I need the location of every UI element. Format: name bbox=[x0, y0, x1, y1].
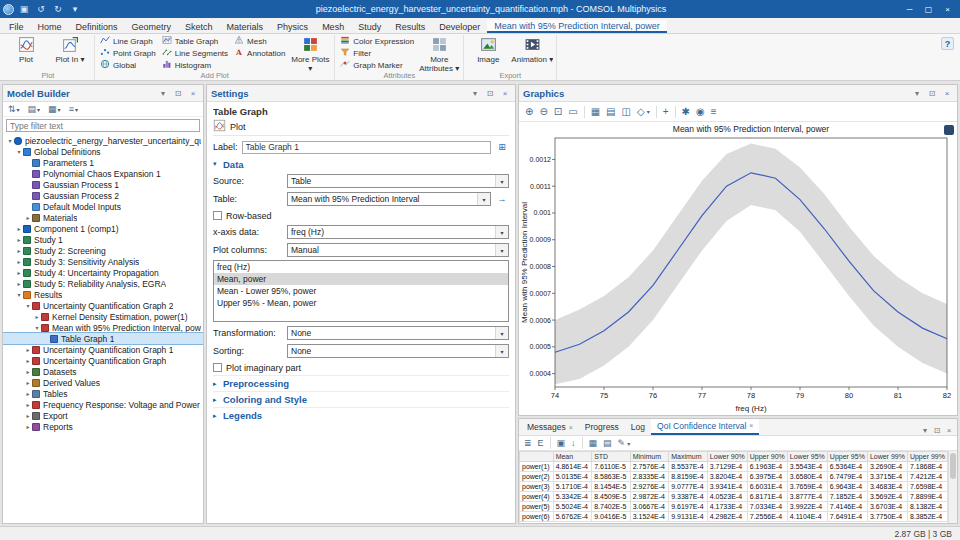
table-header-upper-90[interactable]: Upper 90% bbox=[747, 452, 787, 462]
table-cell[interactable]: 6.5364E-4 bbox=[827, 462, 867, 472]
scientific-notation-icon[interactable]: E bbox=[538, 438, 544, 448]
show-options-icon[interactable]: ▦▾ bbox=[48, 104, 61, 114]
expand-icon[interactable]: ▸ bbox=[24, 412, 32, 419]
point-graph-button[interactable]: Point Graph bbox=[98, 47, 158, 59]
table-cell[interactable]: 5.6762E-4 bbox=[553, 512, 592, 522]
tab-progress[interactable]: Progress bbox=[579, 419, 625, 435]
table-cell[interactable]: 3.6580E-4 bbox=[787, 472, 827, 482]
table-cell[interactable]: 8.8159E-4 bbox=[669, 472, 708, 482]
line-graph-button[interactable]: Line Graph bbox=[98, 35, 158, 47]
table-cell[interactable]: 7.6110E-5 bbox=[592, 462, 631, 472]
float-panel-icon[interactable]: ⊡ bbox=[931, 426, 943, 435]
table-cell[interactable]: 5.5024E-4 bbox=[553, 502, 592, 512]
table-graph-icon[interactable]: ▦ bbox=[589, 438, 598, 448]
more-plots-button[interactable]: More Plots ▾ bbox=[289, 35, 331, 71]
table-cell[interactable]: 5.1710E-4 bbox=[553, 482, 592, 492]
tree-display-icon[interactable]: ▤▾ bbox=[28, 104, 41, 114]
help-icon[interactable]: ? bbox=[941, 37, 954, 50]
panel-menu-icon[interactable]: ▾ bbox=[911, 89, 923, 98]
table-select[interactable]: Mean with 95% Prediction Interval ▾ bbox=[287, 192, 491, 206]
table-surface-icon[interactable]: ▤ bbox=[603, 438, 612, 448]
table-cell[interactable]: 7.1868E-4 bbox=[907, 462, 947, 472]
go-to-source-icon[interactable]: → bbox=[495, 192, 509, 206]
table-cell[interactable]: 8.3852E-4 bbox=[907, 512, 947, 522]
row-label[interactable]: power(2) bbox=[520, 472, 554, 482]
expand-icon[interactable]: ▸ bbox=[24, 214, 32, 221]
table-cell[interactable]: 3.1524E-4 bbox=[630, 512, 669, 522]
expand-icon[interactable]: ▸ bbox=[33, 313, 41, 320]
tree-node-frequency-response-voltage-and-power[interactable]: ▸Frequency Response: Voltage and Power bbox=[3, 399, 203, 410]
row-label[interactable]: power(6) bbox=[520, 512, 554, 522]
table-row-power-6[interactable]: power(6)5.6762E-49.0416E-53.1524E-49.913… bbox=[520, 512, 948, 522]
tree-node-export[interactable]: ▸Export bbox=[3, 410, 203, 421]
histogram-button[interactable]: Histogram bbox=[160, 59, 230, 71]
ribbon-tab-home[interactable]: Home bbox=[31, 21, 69, 33]
column-item-mean-power[interactable]: Mean, power bbox=[214, 273, 508, 285]
ribbon-tab-mesh[interactable]: Mesh bbox=[315, 21, 351, 33]
zoom-box-icon[interactable]: ▭ bbox=[568, 106, 577, 117]
table-cell[interactable]: 6.6031E-4 bbox=[747, 482, 787, 492]
close-panel-icon[interactable]: × bbox=[499, 89, 511, 98]
table-cell[interactable]: 3.8777E-4 bbox=[787, 492, 827, 502]
table-cell[interactable]: 6.8171E-4 bbox=[747, 492, 787, 502]
table-cell[interactable]: 9.6197E-4 bbox=[669, 502, 708, 512]
table-header-upper-99[interactable]: Upper 99% bbox=[907, 452, 947, 462]
section-legends[interactable]: ▸Legends bbox=[213, 407, 509, 423]
plot-area[interactable]: 7475767778798081820.00040.00050.00060.00… bbox=[519, 122, 957, 415]
tree-node-gaussian-process-2[interactable]: Gaussian Process 2 bbox=[3, 190, 203, 201]
table-cell[interactable]: 4.1733E-4 bbox=[707, 502, 747, 512]
plot-button[interactable]: Plot bbox=[213, 118, 509, 136]
ribbon-tab-materials[interactable]: Materials bbox=[220, 21, 271, 33]
table-cell[interactable]: 7.1852E-4 bbox=[827, 492, 867, 502]
ribbon-tab-physics[interactable]: Physics bbox=[270, 21, 315, 33]
tab-messages[interactable]: Messages× bbox=[521, 419, 579, 435]
table-cell[interactable]: 3.8204E-4 bbox=[707, 472, 747, 482]
row-label[interactable]: power(4) bbox=[520, 492, 554, 502]
tree-node-kernel-density-estimation-power-1[interactable]: ▸Kernel Density Estimation, power(1) bbox=[3, 311, 203, 322]
table-cell[interactable]: 2.9872E-4 bbox=[630, 492, 669, 502]
ribbon-tab-mean-with-95-prediction-interval-power[interactable]: Mean with 95% Prediction Interval, power bbox=[487, 20, 667, 33]
tree-node-study-4-uncertainty-propagation[interactable]: ▸Study 4: Uncertainty Propagation bbox=[3, 267, 203, 278]
tree-node-datasets[interactable]: ▸Datasets bbox=[3, 366, 203, 377]
table-cell[interactable]: 9.3387E-4 bbox=[669, 492, 708, 502]
expand-icon[interactable]: ▸ bbox=[15, 280, 23, 287]
table-cell[interactable]: 5.0135E-4 bbox=[553, 472, 592, 482]
table-cell[interactable]: 9.0777E-4 bbox=[669, 482, 708, 492]
close-panel-icon[interactable]: × bbox=[941, 89, 953, 98]
table-cell[interactable]: 9.0416E-5 bbox=[592, 512, 631, 522]
minimize-button[interactable]: ─ bbox=[900, 2, 919, 16]
float-panel-icon[interactable]: ⊡ bbox=[926, 89, 938, 98]
panel-menu-icon[interactable]: ▾ bbox=[157, 89, 169, 98]
tree-node-study-2-screening[interactable]: ▸Study 2: Screening bbox=[3, 245, 203, 256]
table-cell[interactable]: 8.5863E-5 bbox=[592, 472, 631, 482]
tree-node-results[interactable]: ▾Results bbox=[3, 289, 203, 300]
axes-toggle-icon[interactable]: ▤ bbox=[606, 106, 615, 117]
table-cell[interactable]: 3.0667E-4 bbox=[630, 502, 669, 512]
sorting-select[interactable]: None ▾ bbox=[287, 344, 509, 358]
table-cell[interactable]: 4.0523E-4 bbox=[707, 492, 747, 502]
tree-node-default-model-inputs[interactable]: Default Model Inputs bbox=[3, 201, 203, 212]
animation-button[interactable]: Animation ▾ bbox=[511, 35, 553, 71]
expand-icon[interactable]: ▸ bbox=[24, 346, 32, 353]
table-cell[interactable]: 3.5692E-4 bbox=[867, 492, 907, 502]
chart[interactable]: 7475767778798081820.00040.00050.00060.00… bbox=[519, 122, 957, 415]
section-preprocessing[interactable]: ▸Preprocessing bbox=[213, 375, 509, 391]
tree-node-study-3-sensitivity-analysis[interactable]: ▸Study 3: Sensitivity Analysis bbox=[3, 256, 203, 267]
tree-node-mean-with-95-prediction-interval-power[interactable]: ▾Mean with 95% Prediction Interval, powe… bbox=[3, 322, 203, 333]
table-cell[interactable]: 3.4683E-4 bbox=[867, 482, 907, 492]
table-cell[interactable]: 5.3342E-4 bbox=[553, 492, 592, 502]
table-cell[interactable]: 7.8899E-4 bbox=[907, 492, 947, 502]
table-cell[interactable]: 4.8614E-4 bbox=[553, 462, 592, 472]
panel-menu-icon[interactable]: ▾ bbox=[919, 426, 931, 435]
expand-icon[interactable]: ▸ bbox=[15, 258, 23, 265]
table-cell[interactable]: 9.9131E-4 bbox=[669, 512, 708, 522]
tree-node-uncertainty-quantification-graph-2[interactable]: ▾Uncertainty Quantification Graph 2 bbox=[3, 300, 203, 311]
ribbon-tab-study[interactable]: Study bbox=[351, 21, 388, 33]
table-cell[interactable]: 2.8335E-4 bbox=[630, 472, 669, 482]
float-panel-icon[interactable]: ⊡ bbox=[172, 89, 184, 98]
expand-icon[interactable]: ▸ bbox=[15, 236, 23, 243]
table-header-row-label[interactable] bbox=[520, 452, 554, 462]
table-cell[interactable]: 6.1963E-4 bbox=[747, 462, 787, 472]
table-cell[interactable]: 6.7479E-4 bbox=[827, 472, 867, 482]
table-cell[interactable]: 3.7750E-4 bbox=[867, 512, 907, 522]
